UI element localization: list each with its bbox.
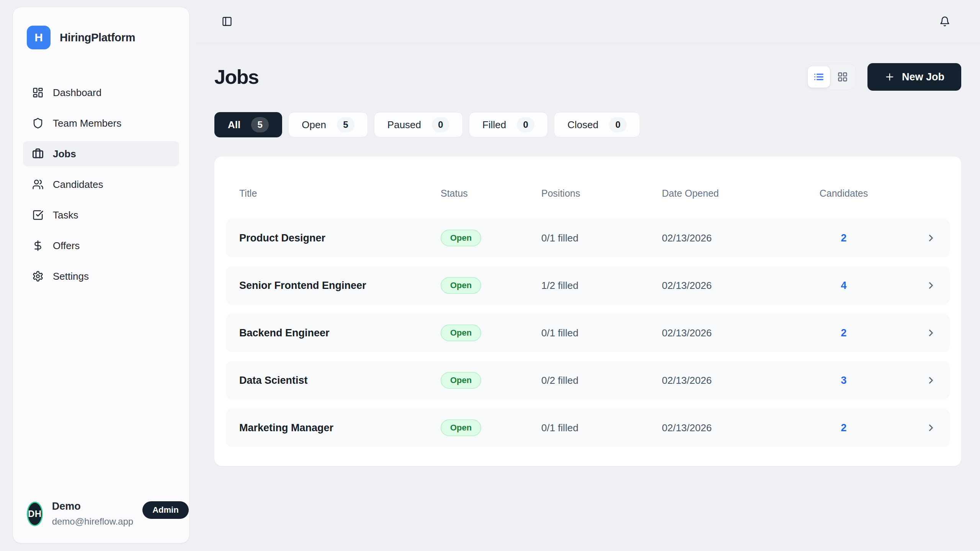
table-header: Title Status Positions Date Opened Candi…	[226, 168, 950, 219]
task-check-icon	[32, 209, 44, 221]
filter-count-badge: 5	[337, 117, 354, 132]
sidebar-item-team-members[interactable]: Team Members	[23, 111, 179, 136]
chevron-right-icon[interactable]	[873, 280, 936, 291]
column-header-positions: Positions	[541, 188, 662, 199]
sidebar: H HiringPlatform Dashboard Team Members …	[13, 7, 189, 543]
user-profile[interactable]: DH Demo demo@hireflow.app Admin	[27, 500, 175, 527]
filter-tab-all[interactable]: All 5	[214, 112, 282, 137]
role-badge: Admin	[142, 501, 188, 519]
date-opened-cell: 02/13/2026	[662, 280, 815, 292]
candidates-count[interactable]: 2	[815, 422, 873, 434]
positions-cell: 0/1 filled	[541, 327, 662, 339]
view-toggle	[805, 64, 856, 90]
table-row[interactable]: Backend Engineer Open 0/1 filled 02/13/2…	[226, 314, 950, 352]
table-row[interactable]: Data Scientist Open 0/2 filled 02/13/202…	[226, 361, 950, 399]
candidates-count[interactable]: 2	[815, 327, 873, 339]
chevron-right-icon[interactable]	[873, 375, 936, 386]
table-row[interactable]: Product Designer Open 0/1 filled 02/13/2…	[226, 219, 950, 257]
positions-cell: 0/1 filled	[541, 422, 662, 434]
sidebar-item-label: Settings	[53, 271, 89, 282]
filter-tab-paused[interactable]: Paused 0	[374, 112, 463, 137]
plus-icon	[884, 72, 895, 82]
candidates-count[interactable]: 4	[815, 280, 873, 292]
table-rows: Product Designer Open 0/1 filled 02/13/2…	[226, 219, 950, 447]
date-opened-cell: 02/13/2026	[662, 232, 815, 244]
users-icon	[32, 179, 44, 190]
table-row[interactable]: Marketing Manager Open 0/1 filled 02/13/…	[226, 409, 950, 447]
chevron-right-icon[interactable]	[873, 233, 936, 243]
date-opened-cell: 02/13/2026	[662, 327, 815, 339]
filter-label: Closed	[567, 119, 598, 131]
sidebar-item-settings[interactable]: Settings	[23, 264, 179, 289]
sidebar-item-label: Team Members	[53, 117, 121, 129]
filter-count-badge: 0	[432, 117, 449, 132]
page-title: Jobs	[214, 65, 258, 88]
jobs-table-card: Title Status Positions Date Opened Candi…	[214, 156, 961, 466]
job-title: Marketing Manager	[239, 422, 441, 434]
filter-label: All	[228, 119, 240, 131]
topbar	[196, 0, 980, 43]
user-email: demo@hireflow.app	[52, 516, 133, 527]
brand-logo-letter: H	[34, 31, 43, 44]
status-badge: Open	[441, 372, 481, 389]
date-opened-cell: 02/13/2026	[662, 375, 815, 386]
sidebar-item-jobs[interactable]: Jobs	[23, 141, 179, 166]
notifications-button[interactable]	[937, 14, 952, 29]
sidebar-toggle-button[interactable]	[219, 14, 235, 29]
date-opened-cell: 02/13/2026	[662, 422, 815, 434]
sidebar-item-label: Offers	[53, 240, 80, 252]
sidebar-nav: Dashboard Team Members Jobs Candidates T…	[13, 80, 189, 289]
filter-tab-open[interactable]: Open 5	[288, 112, 368, 137]
new-job-label: New Job	[902, 71, 944, 83]
filter-tab-closed[interactable]: Closed 0	[554, 112, 640, 137]
grid-view-button[interactable]	[831, 66, 854, 88]
filter-tabs: All 5 Open 5 Paused 0 Filled 0 Closed 0	[214, 112, 961, 137]
new-job-button[interactable]: New Job	[867, 63, 961, 91]
list-view-button[interactable]	[808, 66, 830, 88]
column-header-title: Title	[239, 188, 441, 199]
brand: H HiringPlatform	[13, 7, 189, 49]
column-header-status: Status	[441, 188, 541, 199]
table-row[interactable]: Senior Frontend Engineer Open 1/2 filled…	[226, 266, 950, 305]
status-badge: Open	[441, 277, 481, 294]
job-title: Senior Frontend Engineer	[239, 280, 441, 292]
job-title: Product Designer	[239, 232, 441, 244]
status-badge: Open	[441, 230, 481, 246]
panel-left-icon	[222, 16, 232, 27]
candidates-count[interactable]: 2	[815, 232, 873, 244]
chevron-right-icon[interactable]	[873, 422, 936, 433]
filter-count-badge: 0	[609, 117, 627, 132]
filter-count-badge: 5	[251, 117, 269, 132]
bell-icon	[939, 16, 950, 27]
chevron-right-icon[interactable]	[873, 328, 936, 338]
filter-label: Open	[302, 119, 326, 131]
candidates-count[interactable]: 3	[815, 375, 873, 386]
page-header: Jobs	[214, 63, 961, 91]
app-title: HiringPlatform	[60, 31, 135, 44]
grid-view-icon	[837, 72, 848, 82]
job-title: Backend Engineer	[239, 327, 441, 339]
sidebar-item-label: Tasks	[53, 209, 78, 221]
main-area: Jobs	[196, 0, 980, 551]
sidebar-item-dashboard[interactable]: Dashboard	[23, 80, 179, 105]
column-header-candidates: Candidates	[815, 188, 873, 199]
sidebar-item-label: Dashboard	[53, 87, 101, 99]
sidebar-item-offers[interactable]: Offers	[23, 233, 179, 258]
filter-label: Filled	[482, 119, 506, 131]
sidebar-item-tasks[interactable]: Tasks	[23, 202, 179, 228]
briefcase-icon	[32, 148, 44, 160]
filter-label: Paused	[387, 119, 421, 131]
dashboard-icon	[32, 87, 44, 98]
job-title: Data Scientist	[239, 375, 441, 386]
user-info: Demo demo@hireflow.app	[52, 500, 133, 527]
filter-tab-filled[interactable]: Filled 0	[469, 112, 548, 137]
content: Jobs	[196, 63, 980, 466]
positions-cell: 0/2 filled	[541, 375, 662, 386]
user-name: Demo	[52, 500, 133, 512]
avatar-initials: DH	[28, 509, 42, 519]
sidebar-item-label: Jobs	[53, 148, 76, 160]
dollar-icon	[32, 240, 44, 251]
list-view-icon	[813, 72, 824, 82]
sidebar-item-candidates[interactable]: Candidates	[23, 172, 179, 197]
status-badge: Open	[441, 324, 481, 341]
